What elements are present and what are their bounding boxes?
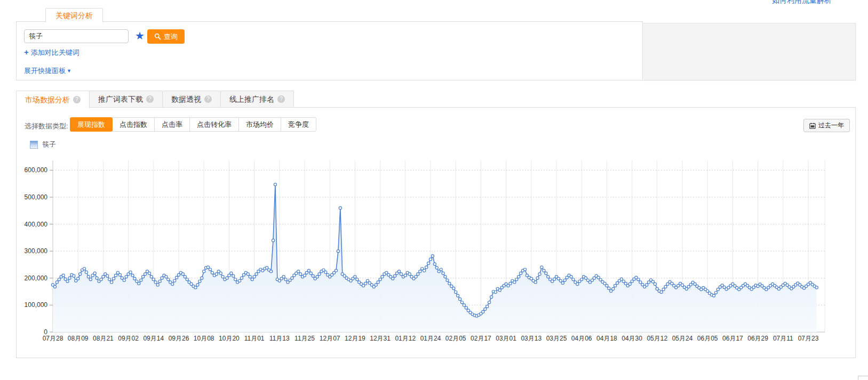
svg-text:09月26: 09月26 [169,335,189,342]
expand-quick-panel-label: 展开快捷面板 [24,67,66,75]
favorite-star-icon[interactable]: ★ [135,28,145,43]
help-link[interactable]: 如何利用流量解析 [772,0,832,5]
svg-text:07月11: 07月11 [773,335,793,342]
svg-text:09月02: 09月02 [118,335,139,342]
svg-text:05月24: 05月24 [672,335,693,342]
data-type-impression-index-button[interactable]: 展现指数 [70,117,113,132]
svg-text:11月25: 11月25 [294,335,315,342]
plus-icon: + [24,47,29,56]
svg-text:12月31: 12月31 [370,335,391,342]
analysis-tab-bar: 市场数据分析 ? 推广词表下载 ? 数据透视 ? 线上推广排名 ? [16,91,293,108]
floating-widget[interactable] [858,376,868,380]
svg-text:01月24: 01月24 [420,335,441,342]
svg-text:04月06: 04月06 [571,335,592,342]
date-range-label: 过去一年 [818,121,844,130]
search-icon [154,33,161,40]
tab-label: 线上推广排名 [229,91,274,107]
tab-market-data-analysis[interactable]: 市场数据分析 ? [16,91,90,108]
svg-text:11月01: 11月01 [244,335,265,342]
search-button-label: 查询 [164,32,178,42]
svg-text:01月12: 01月12 [395,335,416,342]
svg-text:06月05: 06月05 [697,335,718,342]
help-circle-icon[interactable]: ? [73,96,81,103]
calendar-icon [809,123,816,129]
svg-text:09月14: 09月14 [143,335,164,342]
trend-chart: 0100,000200,000300,000400,000500,000600,… [22,158,854,347]
svg-text:03月01: 03月01 [496,335,516,342]
svg-text:06月17: 06月17 [722,335,743,342]
svg-text:05月12: 05月12 [647,335,667,342]
svg-text:06月29: 06月29 [747,335,768,342]
svg-text:300,000: 300,000 [25,247,48,255]
tab-promo-wordlist-download[interactable]: 推广词表下载 ? [89,91,163,108]
svg-text:100,000: 100,000 [25,301,48,309]
traffic-analysis-page: 如何利用流量解析 关键词分析 ★ 查询 +添加对比关键词 展开快捷面板▼ 市场数… [0,0,868,380]
promo-placeholder-box [642,23,856,80]
svg-text:02月17: 02月17 [471,335,491,342]
tab-data-pivot[interactable]: 数据透视 ? [162,91,221,108]
svg-text:07月23: 07月23 [798,335,819,342]
expand-quick-panel-link[interactable]: 展开快捷面板▼ [24,66,71,76]
data-type-button-group: 展现指数 点击指数 点击率 点击转化率 市场均价 竞争度 [70,117,316,132]
help-circle-icon[interactable]: ? [277,95,285,103]
tab-keyword-analysis[interactable]: 关键词分析 [45,8,103,22]
svg-text:04月18: 04月18 [596,335,617,342]
svg-text:10月20: 10月20 [219,335,240,342]
help-circle-icon[interactable]: ? [204,95,212,103]
help-circle-icon[interactable]: ? [146,95,154,103]
svg-text:200,000: 200,000 [25,274,48,282]
svg-text:12月07: 12月07 [320,335,340,342]
tab-label: 市场数据分析 [25,92,70,108]
search-button[interactable]: 查询 [147,29,185,44]
chart-legend: 筷子 [30,140,56,149]
svg-text:10月08: 10月08 [194,335,214,342]
keyword-input[interactable] [24,29,129,43]
data-type-click-index-button[interactable]: 点击指数 [112,117,155,132]
svg-text:12月19: 12月19 [345,335,365,342]
add-compare-keyword-link[interactable]: +添加对比关键词 [24,47,79,58]
data-type-market-avg-price-button[interactable]: 市场均价 [238,117,281,132]
svg-text:03月25: 03月25 [546,335,567,342]
svg-text:500,000: 500,000 [25,193,48,201]
svg-text:11月13: 11月13 [269,335,290,342]
tab-online-promo-ranking[interactable]: 线上推广排名 ? [220,91,294,108]
data-type-ctr-button[interactable]: 点击率 [154,117,190,132]
chart-panel: 选择数据类型: 展现指数 点击指数 点击率 点击转化率 市场均价 竞争度 过去一… [16,107,856,358]
legend-swatch [30,141,38,149]
svg-text:600,000: 600,000 [25,166,48,174]
data-type-competition-button[interactable]: 竞争度 [281,117,316,132]
svg-text:02月05: 02月05 [445,335,466,342]
keyword-panel: ★ 查询 +添加对比关键词 展开快捷面板▼ [16,21,643,80]
tab-label: 推广词表下载 [98,91,143,107]
data-type-label: 选择数据类型: [25,122,68,131]
svg-text:04月30: 04月30 [622,335,642,342]
data-type-cvr-button[interactable]: 点击转化率 [189,117,239,132]
tab-label: 数据透视 [171,91,201,107]
svg-text:07月28: 07月28 [43,335,63,342]
svg-text:08月21: 08月21 [93,335,114,342]
svg-text:400,000: 400,000 [25,221,48,228]
add-compare-keyword-label: 添加对比关键词 [31,48,79,56]
date-range-button[interactable]: 过去一年 [803,119,850,132]
caret-down-icon: ▼ [67,68,71,74]
svg-text:03月13: 03月13 [521,335,541,342]
svg-text:08月09: 08月09 [68,335,89,342]
legend-series-label: 筷子 [42,140,56,149]
